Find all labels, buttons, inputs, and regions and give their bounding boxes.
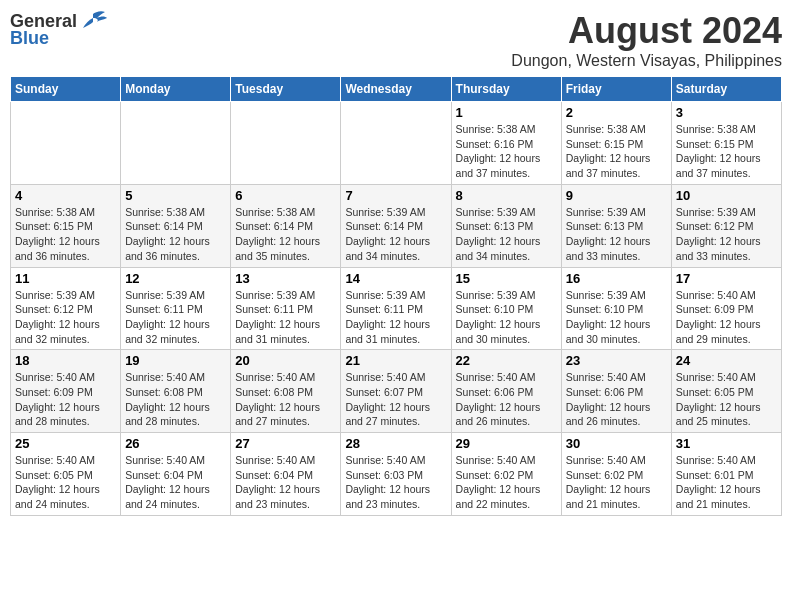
calendar-cell: 23Sunrise: 5:40 AM Sunset: 6:06 PM Dayli… bbox=[561, 350, 671, 433]
logo: General Blue bbox=[10, 10, 107, 49]
calendar-cell: 8Sunrise: 5:39 AM Sunset: 6:13 PM Daylig… bbox=[451, 184, 561, 267]
day-number: 4 bbox=[15, 188, 116, 203]
day-info: Sunrise: 5:39 AM Sunset: 6:12 PM Dayligh… bbox=[15, 288, 116, 347]
day-info: Sunrise: 5:40 AM Sunset: 6:08 PM Dayligh… bbox=[235, 370, 336, 429]
day-info: Sunrise: 5:38 AM Sunset: 6:14 PM Dayligh… bbox=[235, 205, 336, 264]
day-info: Sunrise: 5:40 AM Sunset: 6:01 PM Dayligh… bbox=[676, 453, 777, 512]
day-number: 16 bbox=[566, 271, 667, 286]
calendar-cell: 10Sunrise: 5:39 AM Sunset: 6:12 PM Dayli… bbox=[671, 184, 781, 267]
calendar-cell: 13Sunrise: 5:39 AM Sunset: 6:11 PM Dayli… bbox=[231, 267, 341, 350]
calendar-week-2: 4Sunrise: 5:38 AM Sunset: 6:15 PM Daylig… bbox=[11, 184, 782, 267]
page-header: General Blue August 2024 Dungon, Western… bbox=[10, 10, 782, 70]
calendar-table: SundayMondayTuesdayWednesdayThursdayFrid… bbox=[10, 76, 782, 516]
day-number: 18 bbox=[15, 353, 116, 368]
day-info: Sunrise: 5:40 AM Sunset: 6:07 PM Dayligh… bbox=[345, 370, 446, 429]
calendar-cell: 24Sunrise: 5:40 AM Sunset: 6:05 PM Dayli… bbox=[671, 350, 781, 433]
calendar-cell: 27Sunrise: 5:40 AM Sunset: 6:04 PM Dayli… bbox=[231, 433, 341, 516]
calendar-cell: 28Sunrise: 5:40 AM Sunset: 6:03 PM Dayli… bbox=[341, 433, 451, 516]
calendar-cell bbox=[341, 102, 451, 185]
day-info: Sunrise: 5:39 AM Sunset: 6:10 PM Dayligh… bbox=[456, 288, 557, 347]
weekday-header-thursday: Thursday bbox=[451, 77, 561, 102]
day-number: 10 bbox=[676, 188, 777, 203]
day-number: 23 bbox=[566, 353, 667, 368]
location-subtitle: Dungon, Western Visayas, Philippines bbox=[511, 52, 782, 70]
calendar-cell: 1Sunrise: 5:38 AM Sunset: 6:16 PM Daylig… bbox=[451, 102, 561, 185]
day-number: 27 bbox=[235, 436, 336, 451]
calendar-cell: 5Sunrise: 5:38 AM Sunset: 6:14 PM Daylig… bbox=[121, 184, 231, 267]
calendar-header-row: SundayMondayTuesdayWednesdayThursdayFrid… bbox=[11, 77, 782, 102]
weekday-header-monday: Monday bbox=[121, 77, 231, 102]
day-number: 2 bbox=[566, 105, 667, 120]
day-number: 17 bbox=[676, 271, 777, 286]
calendar-cell bbox=[11, 102, 121, 185]
calendar-cell: 30Sunrise: 5:40 AM Sunset: 6:02 PM Dayli… bbox=[561, 433, 671, 516]
calendar-cell: 18Sunrise: 5:40 AM Sunset: 6:09 PM Dayli… bbox=[11, 350, 121, 433]
day-number: 19 bbox=[125, 353, 226, 368]
calendar-cell: 21Sunrise: 5:40 AM Sunset: 6:07 PM Dayli… bbox=[341, 350, 451, 433]
day-number: 6 bbox=[235, 188, 336, 203]
day-number: 22 bbox=[456, 353, 557, 368]
day-number: 12 bbox=[125, 271, 226, 286]
calendar-cell: 11Sunrise: 5:39 AM Sunset: 6:12 PM Dayli… bbox=[11, 267, 121, 350]
calendar-cell bbox=[121, 102, 231, 185]
calendar-cell: 26Sunrise: 5:40 AM Sunset: 6:04 PM Dayli… bbox=[121, 433, 231, 516]
calendar-cell: 4Sunrise: 5:38 AM Sunset: 6:15 PM Daylig… bbox=[11, 184, 121, 267]
calendar-cell: 2Sunrise: 5:38 AM Sunset: 6:15 PM Daylig… bbox=[561, 102, 671, 185]
day-number: 28 bbox=[345, 436, 446, 451]
weekday-header-friday: Friday bbox=[561, 77, 671, 102]
day-number: 3 bbox=[676, 105, 777, 120]
day-number: 1 bbox=[456, 105, 557, 120]
calendar-cell: 29Sunrise: 5:40 AM Sunset: 6:02 PM Dayli… bbox=[451, 433, 561, 516]
day-number: 13 bbox=[235, 271, 336, 286]
calendar-cell: 6Sunrise: 5:38 AM Sunset: 6:14 PM Daylig… bbox=[231, 184, 341, 267]
day-info: Sunrise: 5:39 AM Sunset: 6:11 PM Dayligh… bbox=[345, 288, 446, 347]
day-info: Sunrise: 5:40 AM Sunset: 6:04 PM Dayligh… bbox=[125, 453, 226, 512]
calendar-cell: 9Sunrise: 5:39 AM Sunset: 6:13 PM Daylig… bbox=[561, 184, 671, 267]
day-number: 21 bbox=[345, 353, 446, 368]
day-number: 11 bbox=[15, 271, 116, 286]
calendar-cell: 19Sunrise: 5:40 AM Sunset: 6:08 PM Dayli… bbox=[121, 350, 231, 433]
day-info: Sunrise: 5:38 AM Sunset: 6:14 PM Dayligh… bbox=[125, 205, 226, 264]
day-number: 8 bbox=[456, 188, 557, 203]
logo-bird-icon bbox=[79, 10, 107, 32]
month-year-title: August 2024 bbox=[511, 10, 782, 52]
day-number: 26 bbox=[125, 436, 226, 451]
day-info: Sunrise: 5:40 AM Sunset: 6:09 PM Dayligh… bbox=[676, 288, 777, 347]
calendar-cell: 17Sunrise: 5:40 AM Sunset: 6:09 PM Dayli… bbox=[671, 267, 781, 350]
day-info: Sunrise: 5:39 AM Sunset: 6:10 PM Dayligh… bbox=[566, 288, 667, 347]
calendar-cell: 20Sunrise: 5:40 AM Sunset: 6:08 PM Dayli… bbox=[231, 350, 341, 433]
day-number: 9 bbox=[566, 188, 667, 203]
day-info: Sunrise: 5:40 AM Sunset: 6:05 PM Dayligh… bbox=[676, 370, 777, 429]
calendar-cell: 14Sunrise: 5:39 AM Sunset: 6:11 PM Dayli… bbox=[341, 267, 451, 350]
day-info: Sunrise: 5:39 AM Sunset: 6:14 PM Dayligh… bbox=[345, 205, 446, 264]
calendar-week-3: 11Sunrise: 5:39 AM Sunset: 6:12 PM Dayli… bbox=[11, 267, 782, 350]
calendar-cell: 12Sunrise: 5:39 AM Sunset: 6:11 PM Dayli… bbox=[121, 267, 231, 350]
day-info: Sunrise: 5:38 AM Sunset: 6:15 PM Dayligh… bbox=[15, 205, 116, 264]
day-info: Sunrise: 5:39 AM Sunset: 6:13 PM Dayligh… bbox=[456, 205, 557, 264]
day-info: Sunrise: 5:40 AM Sunset: 6:03 PM Dayligh… bbox=[345, 453, 446, 512]
day-number: 14 bbox=[345, 271, 446, 286]
day-info: Sunrise: 5:39 AM Sunset: 6:11 PM Dayligh… bbox=[235, 288, 336, 347]
day-info: Sunrise: 5:40 AM Sunset: 6:08 PM Dayligh… bbox=[125, 370, 226, 429]
calendar-week-4: 18Sunrise: 5:40 AM Sunset: 6:09 PM Dayli… bbox=[11, 350, 782, 433]
day-info: Sunrise: 5:40 AM Sunset: 6:02 PM Dayligh… bbox=[566, 453, 667, 512]
weekday-header-saturday: Saturday bbox=[671, 77, 781, 102]
day-number: 30 bbox=[566, 436, 667, 451]
day-number: 20 bbox=[235, 353, 336, 368]
calendar-cell: 7Sunrise: 5:39 AM Sunset: 6:14 PM Daylig… bbox=[341, 184, 451, 267]
weekday-header-tuesday: Tuesday bbox=[231, 77, 341, 102]
logo-blue-text: Blue bbox=[10, 28, 49, 49]
day-number: 7 bbox=[345, 188, 446, 203]
day-number: 15 bbox=[456, 271, 557, 286]
day-info: Sunrise: 5:40 AM Sunset: 6:09 PM Dayligh… bbox=[15, 370, 116, 429]
day-number: 31 bbox=[676, 436, 777, 451]
calendar-week-5: 25Sunrise: 5:40 AM Sunset: 6:05 PM Dayli… bbox=[11, 433, 782, 516]
title-area: August 2024 Dungon, Western Visayas, Phi… bbox=[511, 10, 782, 70]
day-info: Sunrise: 5:38 AM Sunset: 6:15 PM Dayligh… bbox=[676, 122, 777, 181]
day-number: 25 bbox=[15, 436, 116, 451]
day-info: Sunrise: 5:39 AM Sunset: 6:11 PM Dayligh… bbox=[125, 288, 226, 347]
calendar-cell: 31Sunrise: 5:40 AM Sunset: 6:01 PM Dayli… bbox=[671, 433, 781, 516]
day-info: Sunrise: 5:39 AM Sunset: 6:12 PM Dayligh… bbox=[676, 205, 777, 264]
day-info: Sunrise: 5:40 AM Sunset: 6:06 PM Dayligh… bbox=[566, 370, 667, 429]
calendar-cell: 22Sunrise: 5:40 AM Sunset: 6:06 PM Dayli… bbox=[451, 350, 561, 433]
